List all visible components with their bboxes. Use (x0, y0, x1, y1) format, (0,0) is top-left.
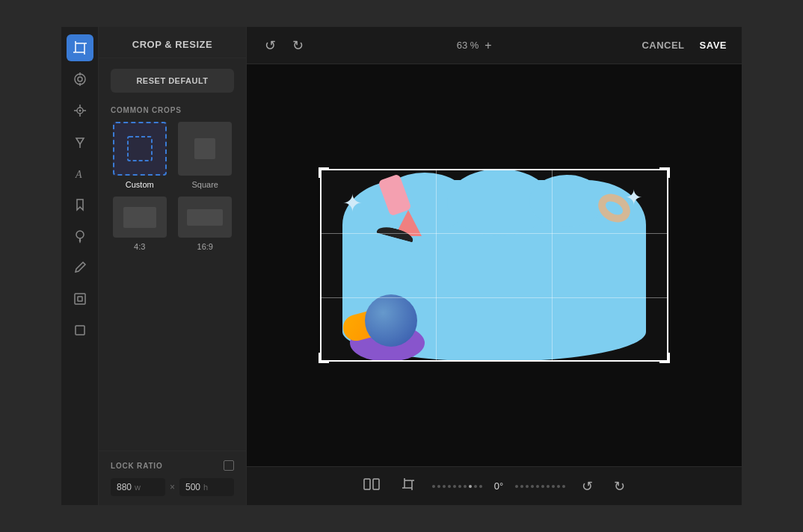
width-unit: w (135, 483, 141, 492)
top-bar-left: ↺ ↻ (262, 34, 307, 57)
image-container: ✦ ✦ (320, 169, 668, 362)
main-area: ↺ ↻ 63 % + CANCEL SAVE (247, 27, 742, 505)
common-crops-label: COMMON CROPS (99, 103, 246, 122)
top-bar-right: CANCEL SAVE (642, 40, 727, 51)
left-panel: CROP & RESIZE RESET DEFAULT COMMON CROPS… (99, 27, 247, 505)
dot (474, 485, 477, 488)
zoom-level: 63 % (457, 40, 479, 51)
panel-title: CROP & RESIZE (99, 27, 246, 58)
width-input[interactable]: 880 w (111, 478, 165, 496)
redo-button[interactable]: ↻ (289, 34, 307, 57)
svg-rect-18 (75, 294, 85, 304)
crop-custom-label: Custom (126, 180, 154, 189)
crop-4-3-label: 4:3 (134, 242, 145, 251)
rotate-ccw-button[interactable]: ↺ (577, 475, 597, 498)
tool-adjust[interactable] (67, 66, 93, 93)
dot (562, 485, 565, 488)
crop-square-label: Square (192, 180, 218, 189)
tool-effects[interactable] (67, 97, 93, 124)
lock-ratio-checkbox[interactable] (224, 460, 234, 471)
dot (432, 485, 435, 488)
top-bar-center: 63 % + (457, 39, 492, 52)
crop-square[interactable]: Square (176, 122, 235, 189)
height-unit: h (203, 483, 208, 492)
dot (464, 485, 467, 488)
crop-4-3-thumb[interactable] (113, 197, 167, 238)
degree-label: 0° (494, 480, 503, 492)
svg-rect-0 (76, 43, 84, 52)
svg-rect-26 (373, 479, 379, 489)
save-button[interactable]: SAVE (700, 40, 727, 51)
dot (547, 485, 550, 488)
tool-layer[interactable] (67, 317, 93, 344)
dot-active (469, 485, 472, 488)
svg-text:A: A (75, 169, 82, 180)
dot (437, 485, 440, 488)
dot (453, 485, 456, 488)
dot (552, 485, 555, 488)
canvas-area: ✦ ✦ (247, 64, 742, 466)
height-input[interactable]: 500 h (179, 478, 234, 496)
split-view-button[interactable] (359, 474, 384, 498)
crop-custom-thumb[interactable] (113, 122, 167, 176)
crop-4-3[interactable]: 4:3 (111, 197, 169, 251)
dot (448, 485, 451, 488)
canvas-bg: ✦ ✦ (320, 169, 668, 362)
svg-point-5 (75, 74, 85, 84)
tool-crop[interactable] (67, 34, 93, 61)
svg-rect-23 (123, 207, 156, 228)
undo-button[interactable]: ↺ (262, 34, 279, 57)
lock-ratio-header: LOCK RATIO (111, 460, 234, 471)
rotate-cw-button[interactable]: ↻ (609, 475, 630, 498)
dot (536, 485, 539, 488)
crop-16-9[interactable]: 16:9 (176, 197, 235, 251)
height-value: 500 (185, 482, 200, 492)
tool-frame[interactable] (67, 285, 93, 312)
svg-point-10 (79, 110, 81, 112)
tool-filter[interactable] (67, 129, 93, 155)
dot (515, 485, 518, 488)
tool-pen[interactable] (67, 254, 93, 281)
lock-ratio-section: LOCK RATIO 880 w × 500 h (99, 451, 246, 505)
icon-toolbar: A (61, 27, 99, 505)
dot (526, 485, 529, 488)
tool-text[interactable]: A (67, 160, 93, 187)
dot (541, 485, 544, 488)
rotation-dots-right (515, 485, 565, 488)
shape-blue (365, 294, 417, 347)
crop-icon-button[interactable] (396, 474, 420, 498)
crop-square-thumb[interactable] (178, 122, 232, 176)
dimension-separator: × (170, 482, 175, 492)
reset-default-button[interactable]: RESET DEFAULT (111, 69, 234, 93)
svg-point-6 (78, 77, 82, 81)
lock-ratio-label: LOCK RATIO (111, 462, 162, 470)
sparkle-left: ✦ (342, 191, 363, 215)
svg-rect-20 (76, 326, 84, 335)
svg-rect-24 (187, 209, 223, 226)
crops-grid: Custom Square 4:3 (99, 122, 246, 251)
dot (520, 485, 523, 488)
dot (458, 485, 461, 488)
cloud-bump3 (529, 175, 604, 227)
tool-brush[interactable] (67, 223, 93, 250)
rotation-dots-left (432, 485, 482, 488)
dot (557, 485, 560, 488)
svg-rect-25 (364, 479, 370, 489)
svg-rect-21 (128, 137, 152, 161)
zoom-plus-button[interactable]: + (484, 39, 491, 52)
tool-bookmark[interactable] (67, 191, 93, 218)
crop-16-9-thumb[interactable] (178, 197, 232, 238)
svg-rect-19 (78, 297, 82, 301)
crop-16-9-label: 16:9 (197, 242, 213, 251)
app-window: A (61, 27, 742, 505)
svg-rect-22 (194, 138, 215, 159)
dot (443, 485, 446, 488)
bottom-toolbar: 0° ↺ ↻ (247, 466, 742, 505)
svg-point-17 (76, 231, 84, 238)
crop-custom[interactable]: Custom (111, 122, 169, 189)
cancel-button[interactable]: CANCEL (642, 40, 684, 51)
width-value: 880 (117, 482, 132, 492)
dot (531, 485, 534, 488)
svg-rect-27 (404, 480, 412, 488)
dot (479, 485, 482, 488)
